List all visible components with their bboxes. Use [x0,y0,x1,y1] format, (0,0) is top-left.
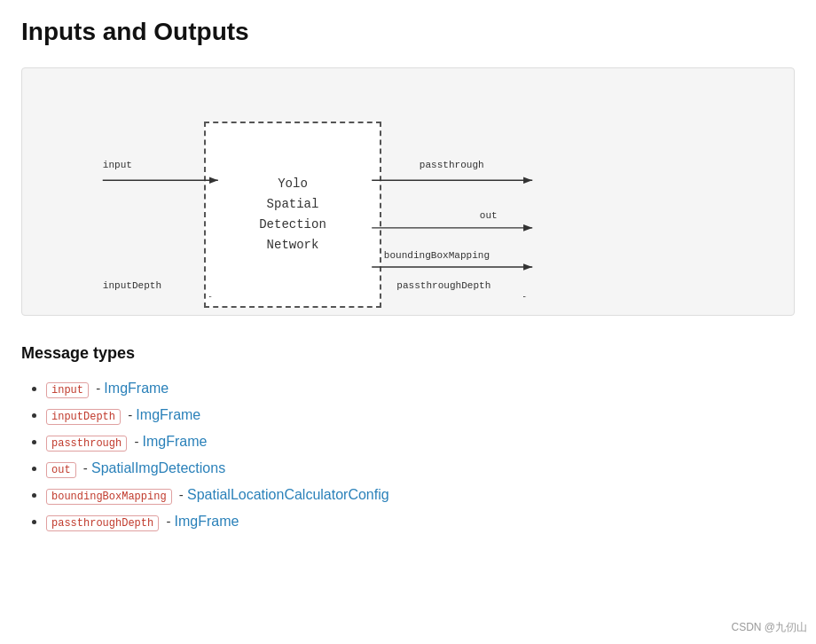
tag-inputDepth: inputDepth [46,409,121,425]
message-types-section: Message types input - ImgFrame inputDept… [21,344,795,531]
list-item: boundingBoxMapping - SpatialLocationCalc… [46,487,795,505]
separator-4: - [179,487,187,502]
type-link-inputDepth[interactable]: ImgFrame [136,407,200,422]
list-item: passthrough - ImgFrame [46,434,795,452]
type-link-input[interactable]: ImgFrame [104,381,169,396]
svg-text:boundingBoxMapping: boundingBoxMapping [384,250,490,261]
list-item: input - ImgFrame [46,381,795,398]
separator-3: - [83,460,91,475]
separator-5: - [166,514,174,529]
svg-text:out: out [480,210,498,221]
type-link-boundingBoxMapping[interactable]: SpatialLocationCalculatorConfig [187,487,389,502]
tag-passthrough: passthrough [46,436,127,452]
node-box: Yolo Spatial Detection Network [204,122,381,308]
type-link-passthrough[interactable]: ImgFrame [143,434,208,449]
tag-input: input [46,382,89,398]
separator-0: - [96,381,104,396]
diagram-svg: input inputDepth passthrough out boundin… [40,86,776,297]
tag-passthroughDepth: passthroughDepth [46,515,159,531]
svg-text:inputDepth: inputDepth [103,280,161,291]
watermark: CSDN @九仞山 [731,620,807,635]
diagram-inner: Yolo Spatial Detection Network input inp… [40,86,776,297]
type-link-passthroughDepth[interactable]: ImgFrame [175,514,239,529]
node-label-2: Detection [259,216,326,234]
node-label-1: Spatial [267,195,319,214]
svg-text:passthroughDepth: passthroughDepth [396,280,490,291]
node-label-0: Yolo [278,175,308,193]
svg-text:passthrough: passthrough [420,160,484,170]
separator-1: - [128,407,136,422]
message-types-heading: Message types [21,344,795,363]
list-item: passthroughDepth - ImgFrame [46,514,795,531]
tag-out: out [46,462,76,478]
message-list: input - ImgFrame inputDepth - ImgFrame p… [21,381,795,531]
list-item: out - SpatialImgDetections [46,460,795,478]
type-link-out[interactable]: SpatialImgDetections [91,460,225,475]
page-title: Inputs and Outputs [21,18,795,46]
svg-text:input: input [103,160,132,170]
tag-boundingBoxMapping: boundingBoxMapping [46,489,172,505]
list-item: inputDepth - ImgFrame [46,407,795,425]
diagram-container: Yolo Spatial Detection Network input inp… [21,67,795,316]
separator-2: - [134,434,142,449]
node-label-3: Network [267,236,319,255]
